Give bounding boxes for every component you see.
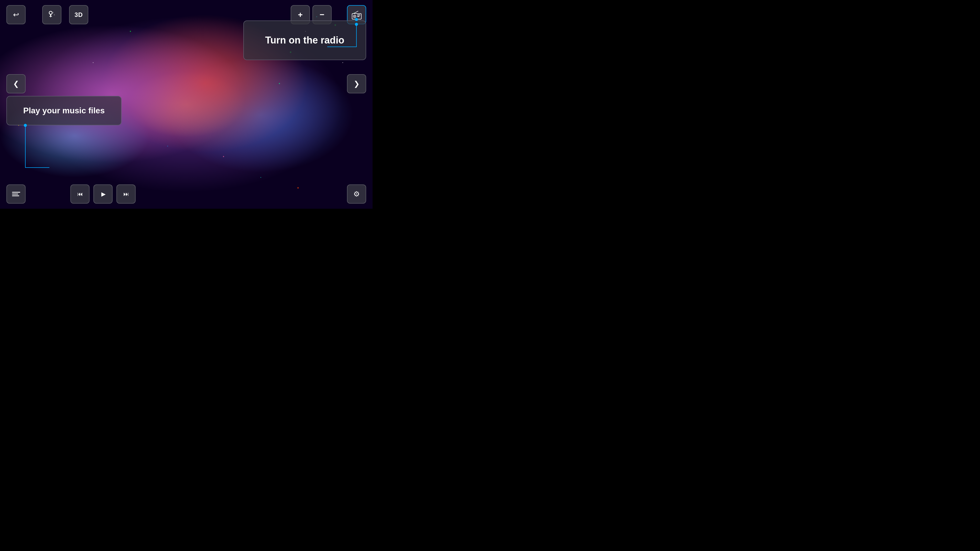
svg-point-0 bbox=[49, 11, 52, 14]
back-button[interactable] bbox=[6, 5, 25, 24]
minus-icon: − bbox=[320, 10, 325, 19]
connector-music-horizontal bbox=[25, 167, 49, 168]
prev-icon: ⏮ bbox=[77, 191, 83, 197]
svg-line-11 bbox=[354, 11, 358, 14]
3d-label: 3D bbox=[75, 11, 83, 18]
turn-on-radio-tooltip: Turn on the radio bbox=[243, 21, 366, 60]
settings-icon: ⚙ bbox=[353, 190, 360, 198]
svg-point-8 bbox=[354, 16, 355, 17]
svg-rect-9 bbox=[357, 14, 360, 15]
3d-button[interactable]: 3D bbox=[69, 5, 88, 24]
left-arrow-button[interactable] bbox=[6, 74, 25, 94]
turn-on-radio-text: Turn on the radio bbox=[265, 35, 344, 46]
connector-dot-radio-top bbox=[355, 23, 358, 26]
connector-dot-radio bbox=[355, 18, 358, 21]
connector-music-vertical bbox=[25, 125, 25, 168]
svg-rect-10 bbox=[357, 16, 360, 17]
settings-button[interactable]: ⚙ bbox=[347, 184, 366, 203]
karaoke-button[interactable]: ♪ ♫ bbox=[42, 5, 61, 24]
right-arrow-button[interactable] bbox=[347, 74, 366, 94]
ui-layer: ♪ ♫ 3D + − Turn on the radio bbox=[0, 0, 372, 209]
left-arrow-icon bbox=[13, 79, 19, 88]
play-icon: ▶ bbox=[100, 191, 106, 197]
play-music-files-tooltip: Play your music files bbox=[6, 96, 121, 125]
connector-radio-horizontal bbox=[327, 46, 357, 47]
right-arrow-icon bbox=[354, 79, 360, 88]
play-button[interactable]: ▶ bbox=[93, 184, 113, 203]
playlist-line-1 bbox=[12, 192, 20, 193]
playlist-line-3 bbox=[12, 195, 19, 196]
karaoke-icon: ♪ ♫ bbox=[47, 10, 57, 20]
previous-button[interactable]: ⏮ bbox=[70, 184, 89, 203]
play-music-files-text: Play your music files bbox=[23, 106, 105, 115]
back-icon bbox=[13, 11, 19, 19]
playlist-button[interactable] bbox=[6, 184, 25, 203]
svg-text:♫: ♫ bbox=[54, 14, 55, 16]
connector-radio-vertical bbox=[356, 24, 357, 47]
connector-dot-music bbox=[24, 124, 27, 127]
plus-icon: + bbox=[298, 10, 303, 19]
next-icon: ⏭ bbox=[123, 191, 129, 197]
svg-rect-1 bbox=[50, 14, 51, 16]
playlist-line-2 bbox=[12, 194, 18, 194]
playlist-icon bbox=[12, 192, 20, 196]
next-button[interactable]: ⏭ bbox=[116, 184, 135, 203]
